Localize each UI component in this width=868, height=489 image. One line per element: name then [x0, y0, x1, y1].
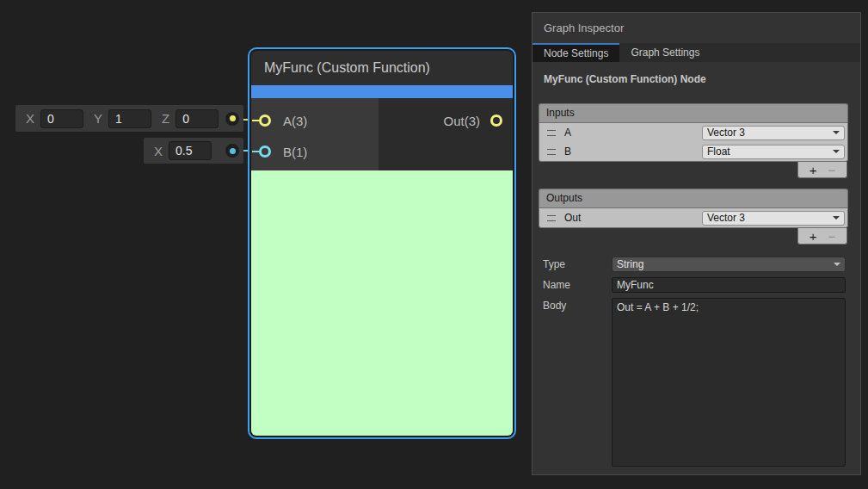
type-field-row: Type String: [543, 257, 846, 272]
body-field-textarea[interactable]: Out = A + B + 1/2;: [612, 298, 846, 467]
tab-graph-settings[interactable]: Graph Settings: [619, 43, 711, 62]
inputs-row-b[interactable]: B Float: [539, 142, 847, 161]
float-port-socket-icon[interactable]: [225, 144, 239, 158]
function-fields: Type String Name MyFunc Body Out = A + B…: [532, 257, 860, 467]
x-field-input[interactable]: 0: [40, 109, 83, 128]
type-field-value: String: [617, 258, 643, 270]
tab-node-settings[interactable]: Node Settings: [532, 43, 619, 62]
remove-output-button[interactable]: −: [828, 230, 835, 243]
input-b-type-dropdown[interactable]: Float: [702, 145, 845, 159]
outputs-footer-buttons: + −: [797, 228, 847, 244]
inputs-row-a[interactable]: A Vector 3: [539, 123, 847, 142]
port-out-label: Out(3): [443, 114, 480, 128]
vector3-port-socket-icon[interactable]: [225, 112, 239, 126]
node-preview: [251, 170, 513, 436]
node-input-ports: A(3) B(1): [251, 98, 379, 170]
input-port-b[interactable]: B(1): [251, 140, 379, 163]
output-out-type-dropdown[interactable]: Vector 3: [702, 211, 845, 226]
dropdown-arrow-icon: [833, 150, 840, 153]
y-field-label: Y: [94, 111, 102, 126]
drag-handle-icon[interactable]: [547, 130, 556, 136]
input-a-type-value: Vector 3: [707, 127, 745, 139]
node-port-area: A(3) B(1) Out(3): [251, 98, 513, 170]
outputs-list-body: Out Vector 3: [539, 207, 848, 228]
node-title: MyFunc (Custom Function): [251, 51, 513, 85]
dropdown-arrow-icon: [833, 131, 840, 134]
inputs-footer-buttons: + −: [797, 162, 847, 178]
outputs-list: Outputs Out Vector 3 + −: [539, 189, 848, 244]
custom-function-node[interactable]: MyFunc (Custom Function) A(3) B(1) Out(3…: [248, 47, 516, 439]
node-output-ports: Out(3): [379, 98, 513, 170]
node-content: MyFunc (Custom Function) A(3) B(1) Out(3…: [251, 51, 513, 436]
output-port-out[interactable]: Out(3): [379, 109, 513, 132]
x-field-label: X: [26, 111, 34, 126]
drag-handle-icon[interactable]: [547, 149, 556, 155]
z-field-input[interactable]: 0: [175, 109, 219, 128]
port-a-label: A(3): [283, 114, 307, 128]
name-field-label: Name: [543, 277, 612, 291]
inspector-title: Graph Inspector: [532, 13, 860, 43]
inputs-list-body: A Vector 3 B Float: [539, 122, 848, 162]
inputs-list-header: Inputs: [539, 103, 848, 122]
float-x-field-label: X: [154, 144, 163, 158]
remove-input-button[interactable]: −: [828, 164, 835, 176]
dropdown-arrow-icon: [833, 216, 840, 220]
drag-handle-icon[interactable]: [547, 215, 556, 221]
input-port-a[interactable]: A(3): [251, 109, 379, 132]
node-accent-bar: [251, 85, 513, 98]
port-a-ring-icon[interactable]: [259, 115, 271, 127]
inputs-list-footer: + −: [539, 162, 848, 178]
dropdown-arrow-icon: [834, 263, 840, 266]
output-out-type-value: Vector 3: [707, 212, 745, 224]
inspector-node-heading: MyFunc (Custom Function) Node: [532, 62, 860, 85]
input-row-name: A: [564, 127, 702, 139]
add-output-button[interactable]: +: [810, 230, 817, 243]
outputs-row-out[interactable]: Out Vector 3: [539, 208, 847, 227]
name-field-input[interactable]: MyFunc: [612, 277, 846, 293]
float-x-field-input[interactable]: 0.5: [169, 141, 212, 160]
port-b-ring-icon[interactable]: [259, 145, 271, 158]
y-field-input[interactable]: 1: [108, 109, 151, 128]
body-field-row: Body Out = A + B + 1/2;: [543, 298, 846, 467]
graph-inspector-panel: Graph Inspector Node Settings Graph Sett…: [532, 12, 861, 475]
float-port-dot-icon: [230, 148, 236, 154]
port-out-ring-icon[interactable]: [490, 115, 502, 127]
input-row-name: B: [564, 145, 702, 158]
input-a-type-dropdown[interactable]: Vector 3: [702, 126, 845, 140]
outputs-list-footer: + −: [539, 228, 848, 244]
outputs-list-header: Outputs: [539, 189, 848, 207]
type-field-label: Type: [543, 257, 612, 270]
vector3-input-widget: X 0 Y 1 Z 0: [15, 105, 243, 132]
vector3-port-dot-icon: [230, 115, 236, 121]
inputs-list: Inputs A Vector 3 B Float +: [539, 103, 848, 178]
name-field-row: Name MyFunc: [543, 277, 846, 293]
port-b-label: B(1): [283, 145, 307, 159]
type-field-dropdown[interactable]: String: [612, 257, 846, 272]
output-row-name: Out: [564, 212, 702, 224]
input-b-type-value: Float: [707, 145, 730, 158]
add-input-button[interactable]: +: [810, 164, 817, 176]
inspector-tab-bar: Node Settings Graph Settings: [532, 43, 860, 62]
float-input-widget: X 0.5: [144, 138, 243, 164]
z-field-label: Z: [162, 111, 169, 126]
body-field-label: Body: [543, 298, 612, 312]
